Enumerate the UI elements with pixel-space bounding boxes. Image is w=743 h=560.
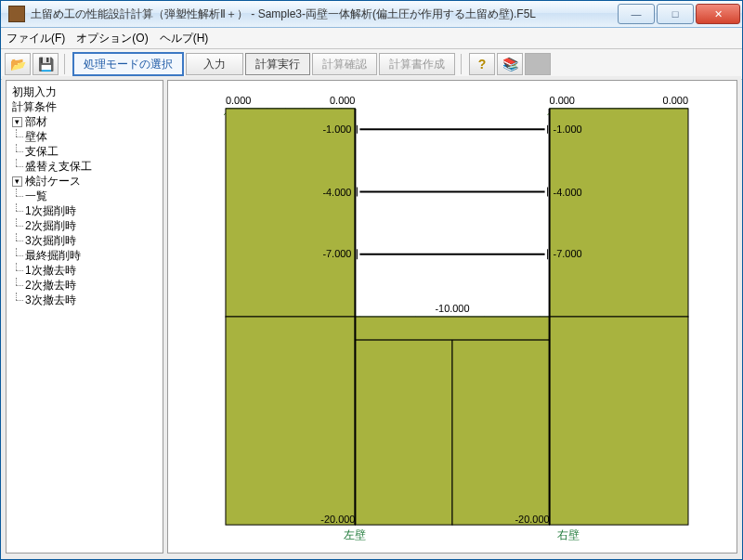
tree-node-replace-support[interactable]: 盛替え支保工 (25, 159, 161, 174)
save-button[interactable]: 💾 (33, 53, 59, 75)
collapse-icon[interactable]: ▾ (12, 117, 22, 127)
tree-node-case7[interactable]: 3次撤去時 (25, 293, 161, 307)
app-window: 土留め工の性能設計計算（弾塑性解析Ⅱ＋） - Sample3-両壁一体解析(偏土… (0, 0, 743, 560)
menu-option[interactable]: オプション(O) (76, 31, 148, 46)
label-right-wall: 右壁 (557, 528, 580, 541)
strut-3 (357, 249, 547, 259)
title-bar: 土留め工の性能設計計算（弾塑性解析Ⅱ＋） - Sample3-両壁一体解析(偏土… (1, 1, 742, 28)
tree-node-cases[interactable]: ▾検討ケース 一覧 1次掘削時 2次掘削時 3次掘削時 最終掘削時 1次撤去時 … (12, 174, 161, 307)
soil-left-lower (226, 317, 355, 525)
label-zero-left: 0.000 (226, 95, 251, 106)
label-d4l: -4.000 (322, 187, 351, 198)
save-icon: 💾 (38, 58, 54, 71)
section-svg: 0.000 0.000 0.000 0.000 -1.000 -1.000 -4… (168, 81, 736, 553)
folder-open-icon: 📂 (10, 58, 26, 71)
soil-left-upper (226, 109, 355, 317)
help-button[interactable]: ? (469, 53, 495, 75)
menu-bar: ファイル(F) オプション(O) ヘルプ(H) (1, 28, 742, 49)
mode-select-button[interactable]: 処理モードの選択 (72, 52, 184, 76)
tree-node-wall[interactable]: 壁体 (25, 129, 161, 144)
tree-node-case6[interactable]: 2次撤去時 (25, 278, 161, 293)
soil-inner-left (355, 340, 452, 525)
close-button[interactable]: ✕ (696, 4, 740, 24)
minimize-button[interactable]: — (618, 4, 655, 24)
menu-help[interactable]: ヘルプ(H) (160, 31, 209, 46)
section-canvas: 0.000 0.000 0.000 0.000 -1.000 -1.000 -4… (167, 80, 737, 553)
tree-node-case4[interactable]: 最終掘削時 (25, 248, 161, 263)
tree-node-case2[interactable]: 2次掘削時 (25, 218, 161, 233)
soil-inner-right (452, 340, 550, 525)
strut-2 (357, 188, 547, 197)
window-buttons: — □ ✕ (618, 4, 740, 24)
app-icon (8, 6, 25, 22)
label-b2: -20.000 (515, 514, 549, 525)
help-icon: ? (478, 58, 487, 71)
grey-button[interactable] (525, 53, 551, 75)
tree-node-conditions[interactable]: 計算条件 (12, 99, 161, 114)
label-d10: -10.000 (435, 303, 469, 314)
open-button[interactable]: 📂 (5, 53, 31, 75)
separator (64, 54, 67, 74)
tree-node-members[interactable]: ▾部材 壁体 支保工 盛替え支保工 (12, 114, 161, 174)
window-title: 土留め工の性能設計計算（弾塑性解析Ⅱ＋） - Sample3-両壁一体解析(偏土… (31, 7, 618, 22)
tree-node-caselist[interactable]: 一覧 (25, 189, 161, 203)
mode-input-button[interactable]: 入力 (186, 53, 243, 75)
tree-node-case3[interactable]: 3次掘削時 (25, 233, 161, 248)
label-d4r: -4.000 (554, 187, 582, 198)
label-left-wall: 左壁 (344, 528, 366, 541)
reference-button[interactable]: 📚 (497, 53, 523, 75)
mode-run-button[interactable]: 計算実行 (245, 53, 310, 75)
label-zero-right: 0.000 (663, 95, 688, 106)
soil-inner-top (355, 317, 549, 340)
maximize-button[interactable]: □ (657, 4, 694, 24)
tree-panel[interactable]: 初期入力 計算条件 ▾部材 壁体 支保工 盛替え支保工 ▾検討ケース 一覧 1次… (6, 80, 163, 553)
tree-node-case5[interactable]: 1次撤去時 (25, 263, 161, 278)
label-d1l: -1.000 (322, 124, 351, 135)
collapse-icon[interactable]: ▾ (12, 176, 22, 187)
menu-file[interactable]: ファイル(F) (7, 31, 65, 46)
strut-1 (357, 125, 547, 134)
label-d1r: -1.000 (554, 124, 582, 135)
label-zero-lw: 0.000 (330, 95, 355, 106)
mode-check-button[interactable]: 計算確認 (312, 53, 377, 75)
separator (461, 54, 463, 74)
label-d7r: -7.000 (554, 248, 582, 259)
label-d7l: -7.000 (322, 248, 351, 259)
client-area: 初期入力 計算条件 ▾部材 壁体 支保工 盛替え支保工 ▾検討ケース 一覧 1次… (2, 76, 741, 557)
label-zero-rw: 0.000 (550, 95, 575, 106)
soil-right-lower (550, 317, 688, 525)
tree-node-initial[interactable]: 初期入力 (12, 85, 161, 99)
soil-right-upper (550, 109, 688, 317)
tree-node-support[interactable]: 支保工 (25, 144, 161, 159)
mode-report-button[interactable]: 計算書作成 (379, 53, 455, 75)
tree-node-case1[interactable]: 1次掘削時 (25, 203, 161, 218)
book-icon: 📚 (502, 58, 518, 71)
label-b1: -20.000 (320, 514, 355, 525)
